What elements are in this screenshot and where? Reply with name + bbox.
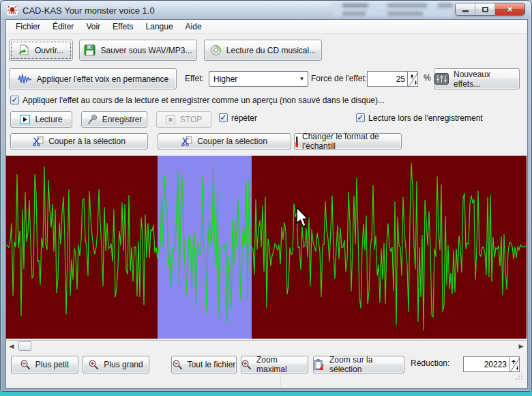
minimize-icon (462, 10, 469, 12)
background-window-blur (342, 3, 368, 8)
force-spinner-buttons[interactable] (407, 71, 418, 87)
effect-select[interactable]: Higher ▼ (209, 71, 308, 87)
effect-select-value: Higher (209, 74, 296, 84)
scrollbar-thumb[interactable] (18, 341, 31, 351)
equalizer-icon (434, 73, 449, 85)
scissors-page-icon (33, 136, 44, 147)
cut-selection-button[interactable]: Couper la sélection (158, 133, 291, 150)
reduction-spinner-buttons[interactable] (509, 356, 520, 372)
microphone-icon (87, 114, 98, 125)
menu-langue[interactable]: Langue (140, 20, 179, 33)
status-divider (280, 376, 281, 388)
scissors-page-icon (181, 136, 192, 147)
magnifier-plus-icon (241, 360, 252, 370)
open-file-icon (18, 44, 30, 57)
play-while-recording-checkbox-row[interactable]: ✓ Lecture lors de l'enregistrement (356, 113, 483, 123)
whole-file-button[interactable]: Tout le fichier (171, 356, 237, 373)
apply-effect-button-label: Appliquer l'effet voix en permanence (37, 74, 169, 84)
magnifier-minus-icon (20, 360, 31, 370)
new-effects-button-label: Nouveaux effets... (454, 70, 519, 89)
background-window-blur (438, 3, 453, 8)
stop-button: STOP (156, 111, 211, 128)
repeat-checkbox[interactable]: ✓ (219, 113, 228, 122)
zoom-in-label: Plus grand (104, 360, 143, 369)
app-icon (7, 5, 18, 16)
menu-aide[interactable]: Aide (179, 20, 208, 33)
preview-checkbox[interactable]: ✓ (10, 96, 19, 104)
menu-voir[interactable]: Voir (80, 20, 106, 33)
open-button[interactable]: Ouvrir... (9, 40, 73, 61)
zoom-selection-button[interactable]: Zoom sur la sélection (313, 356, 404, 373)
scroll-left-icon[interactable]: ◀ (6, 341, 17, 352)
background-window-blur (387, 3, 427, 8)
preview-checkbox-label: Appliquer l'effet au cours de la lecture… (23, 96, 385, 105)
close-icon: × (507, 5, 513, 14)
repeat-checkbox-label: répéter (231, 113, 257, 123)
menu-fichier[interactable]: Fichier (10, 20, 46, 33)
open-button-label: Ouvrir... (35, 46, 63, 55)
window-title: CAD-KAS Your monster voice 1.0 (23, 5, 155, 16)
stop-button-label: STOP (180, 115, 202, 124)
change-format-label: Changer le format de l'échantill (302, 132, 401, 151)
change-format-button[interactable]: Changer le format de l'échantill (294, 133, 402, 150)
title-bar[interactable]: CAD-KAS Your monster voice 1.0 × (1, 1, 531, 20)
minimize-button[interactable] (456, 3, 475, 15)
reduction-spinedit (463, 356, 520, 372)
menu-editer[interactable]: Éditer (46, 20, 80, 33)
magnifier-plus-icon (89, 360, 99, 370)
resize-grip[interactable] (515, 371, 523, 383)
play-icon (20, 115, 30, 124)
clipboard-arrow-icon (314, 359, 325, 371)
background-window-blur (342, 12, 366, 16)
whole-file-label: Tout le fichier (188, 360, 236, 369)
zoom-out-button[interactable]: Plus petit (11, 356, 78, 373)
preview-checkbox-row[interactable]: ✓ Appliquer l'effet au cours de la lectu… (10, 96, 385, 105)
play-button-label: Lecture (35, 115, 62, 124)
magnifier-minus-icon (173, 360, 183, 370)
zoom-max-label: Zoom maximal (256, 355, 308, 374)
menu-effets[interactable]: Effets (106, 20, 139, 33)
maximize-button[interactable] (475, 3, 495, 15)
zoom-selection-label: Zoom sur la sélection (329, 355, 404, 374)
cut-to-selection-label: Couper à la sélection (48, 137, 125, 146)
force-input[interactable] (367, 71, 407, 87)
cd-play-button-label: Lecture du CD musical... (226, 46, 316, 55)
background-window-blur (387, 12, 423, 16)
app-window: CAD-KAS Your monster voice 1.0 × Fichier… (0, 0, 532, 392)
cd-play-button[interactable]: Lecture du CD musical... (204, 40, 322, 61)
zoom-in-button[interactable]: Plus grand (83, 356, 149, 373)
new-effects-button[interactable]: Nouveaux effets... (434, 68, 520, 89)
force-spinedit (367, 71, 418, 87)
sample-format-icon (295, 136, 299, 147)
play-button[interactable]: Lecture (10, 111, 72, 128)
play-while-recording-checkbox[interactable]: ✓ (356, 113, 365, 122)
maximize-icon (482, 7, 488, 12)
record-button[interactable]: Enregistrer (81, 111, 147, 128)
save-button-label: Sauver sous WAV/MP3... (100, 46, 192, 55)
stop-icon (166, 115, 175, 124)
cut-selection-label: Couper la sélection (197, 137, 267, 146)
apply-effect-button[interactable]: Appliquer l'effet voix en permanence (9, 68, 177, 89)
record-button-label: Enregistrer (102, 115, 143, 124)
voice-wave-icon (17, 73, 32, 85)
force-label: Force de l'effet: (311, 74, 367, 83)
save-button[interactable]: Sauver sous WAV/MP3... (79, 40, 197, 61)
reduction-input[interactable] (463, 356, 509, 372)
zoom-max-button[interactable]: Zoom maximal (241, 356, 308, 373)
cd-icon (210, 44, 222, 56)
waveform-display[interactable] (6, 156, 527, 339)
close-button[interactable]: × (495, 3, 524, 15)
zoom-out-label: Plus petit (35, 360, 69, 369)
chevron-down-icon: ▼ (296, 76, 308, 82)
scroll-right-icon[interactable]: ▶ (516, 341, 527, 352)
save-disk-icon (84, 44, 95, 56)
menu-bar: Fichier Éditer Voir Effets Langue Aide (6, 20, 527, 34)
effect-label: Effet: (185, 74, 204, 83)
repeat-checkbox-row[interactable]: ✓ répéter (219, 113, 257, 123)
reduction-label: Réduction: (411, 358, 449, 368)
percent-label: % (424, 73, 431, 83)
play-while-recording-label: Lecture lors de l'enregistrement (368, 113, 483, 123)
cut-to-selection-button[interactable]: Couper à la sélection (10, 133, 148, 150)
waveform-scrollbar[interactable]: ◀ ▶ (6, 340, 527, 351)
